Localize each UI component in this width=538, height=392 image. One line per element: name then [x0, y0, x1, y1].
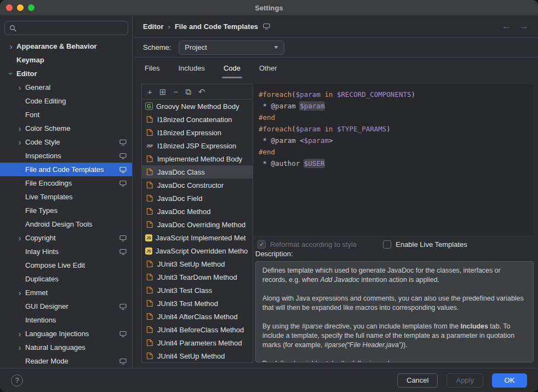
sidebar-item-color-scheme[interactable]: ›Color Scheme [0, 122, 132, 135]
titlebar: Settings [0, 0, 538, 15]
description-box[interactable]: Defines template which used to generate … [255, 261, 534, 362]
enable-live-templates-checkbox[interactable]: Enable Live Templates [383, 240, 467, 249]
template-item-junit3-teardown-method[interactable]: JUnit3 TearDown Method [142, 270, 253, 284]
description-text: #parse [302, 322, 323, 330]
breadcrumb-editor[interactable]: Editor [143, 22, 164, 31]
template-item-label: JavaDoc Class [157, 168, 205, 176]
remove-template-icon[interactable]: − [173, 88, 178, 96]
help-button[interactable]: ? [11, 374, 23, 387]
sidebar-item-natural-languages[interactable]: ›Natural Languages [0, 341, 132, 354]
code-token: * @param [259, 102, 300, 110]
chevron-down-icon[interactable]: › [7, 70, 15, 78]
settings-search-input[interactable] [4, 21, 128, 35]
sidebar-item-language-injections[interactable]: ›Language Injections [0, 327, 132, 341]
template-item-junit4-beforeclass-method[interactable]: JUnit4 BeforeClass Method [142, 323, 253, 336]
template-item-groovy-new-method-body[interactable]: GGroovy New Method Body [142, 100, 253, 113]
sidebar-item-emmet[interactable]: ›Emmet [0, 286, 132, 299]
template-item-javascript-overridden-metho[interactable]: JSJavaScript Overridden Metho [142, 244, 253, 257]
sidebar-item-inspections[interactable]: Inspections [0, 149, 132, 163]
template-item-javascript-implemented-met[interactable]: JSJavaScript Implemented Met [142, 231, 253, 244]
sidebar-item-keymap[interactable]: Keymap [0, 53, 132, 67]
code-token: #end [259, 148, 275, 156]
tab-other[interactable]: Other [257, 57, 279, 78]
reformat-checkbox[interactable]: ✓ Reformat according to style [257, 240, 357, 249]
template-item-javadoc-overriding-method[interactable]: JavaDoc Overriding Method [142, 218, 253, 231]
template-item-javadoc-class[interactable]: JavaDoc Class [142, 165, 253, 178]
tab-code[interactable]: Code [222, 57, 242, 78]
copy-template-icon[interactable]: ⧉ [185, 88, 191, 96]
sidebar-item-editor[interactable]: ›Editor [0, 67, 132, 80]
template-item-junit4-setup-method[interactable]: JUnit4 SetUp Method [142, 349, 253, 362]
template-item-i18nized-concatenation[interactable]: I18nized Concatenation [142, 113, 253, 126]
zoom-button[interactable] [28, 4, 35, 11]
add-child-template-icon[interactable]: ⊞ [159, 88, 167, 96]
tab-includes[interactable]: Includes [176, 57, 206, 78]
apply-button[interactable]: Apply [447, 373, 483, 388]
sidebar-item-live-templates[interactable]: Live Templates [0, 190, 132, 204]
sidebar-item-label: Android Design Tools [25, 220, 132, 228]
chevron-right-icon[interactable]: › [15, 83, 24, 91]
add-template-icon[interactable]: + [147, 88, 152, 96]
sidebar-item-inlay-hints[interactable]: Inlay Hints [0, 245, 132, 258]
code-token: $param [304, 136, 329, 145]
template-item-label: JUnit3 Test Class [157, 286, 212, 295]
sidebar-item-duplicates[interactable]: Duplicates [0, 272, 132, 286]
code-token: $param [296, 90, 320, 99]
chevron-right-icon[interactable]: › [15, 124, 24, 132]
code-token: * @author [259, 159, 304, 168]
template-item-implemented-method-body[interactable]: Implemented Method Body [142, 152, 253, 165]
sidebar-item-reader-mode[interactable]: Reader Mode [0, 354, 132, 368]
chevron-right-icon[interactable]: › [15, 330, 24, 338]
sidebar-item-code-style[interactable]: ›Code Style [0, 135, 132, 149]
template-item-label: JavaScript Overridden Metho [156, 247, 248, 255]
template-item-label: JUnit3 SetUp Method [157, 260, 225, 268]
sidebar-item-file-types[interactable]: File Types [0, 204, 132, 217]
template-item-junit3-setup-method[interactable]: JUnit3 SetUp Method [142, 257, 253, 270]
template-code-editor[interactable]: #foreach($param in $RECORD_COMPONENTS) *… [253, 84, 534, 235]
template-item-label: JavaDoc Constructor [157, 181, 224, 189]
chevron-right-icon[interactable]: › [15, 138, 24, 146]
minimize-button[interactable] [17, 4, 24, 11]
chevron-right-icon[interactable]: › [15, 289, 24, 297]
sidebar-item-label: GUI Designer [25, 302, 119, 310]
sidebar-item-general[interactable]: ›General [0, 80, 132, 94]
template-item-junit3-test-method[interactable]: JUnit3 Test Method [142, 297, 253, 310]
sidebar-item-android-design-tools[interactable]: Android Design Tools [0, 217, 132, 231]
template-item-javadoc-constructor[interactable]: JavaDoc Constructor [142, 178, 253, 192]
sidebar-item-file-and-code-templates[interactable]: File and Code Templates [0, 163, 132, 176]
tab-files[interactable]: Files [143, 57, 161, 78]
screen-badge-icon [119, 153, 127, 159]
template-item-label: JUnit3 Test Method [157, 299, 218, 308]
close-button[interactable] [6, 4, 13, 11]
chevron-right-icon[interactable]: › [15, 234, 24, 242]
back-icon[interactable]: ← [502, 21, 511, 31]
sidebar-item-copyright[interactable]: ›Copyright [0, 231, 132, 245]
jsp-file-icon: JSP [145, 141, 154, 150]
scheme-select[interactable]: Project [179, 41, 284, 55]
sidebar-item-font[interactable]: Font [0, 108, 132, 122]
template-item-label: JavaDoc Overriding Method [157, 221, 245, 229]
template-item-junit3-test-class[interactable]: JUnit3 Test Class [142, 284, 253, 297]
forward-icon[interactable]: → [519, 21, 528, 31]
sidebar-item-appearance-behavior[interactable]: ›Appearance & Behavior [0, 39, 132, 53]
template-item-javadoc-method[interactable]: JavaDoc Method [142, 205, 253, 218]
sidebar-item-file-encodings[interactable]: File Encodings [0, 176, 132, 190]
cancel-button[interactable]: Cancel [397, 373, 438, 388]
chevron-right-icon[interactable]: › [7, 42, 15, 50]
sidebar-item-label: Duplicates [25, 275, 132, 283]
sidebar-item-intentions[interactable]: Intentions [0, 313, 132, 327]
template-item-i18nized-expression[interactable]: I18nized Expression [142, 126, 253, 139]
template-item-i18nized-jsp-expression[interactable]: JSPI18nized JSP Expression [142, 139, 253, 152]
code-token: #end [259, 113, 275, 122]
sidebar-item-code-editing[interactable]: Code Editing [0, 94, 132, 108]
template-item-junit4-parameters-method[interactable]: JUnit4 Parameters Method [142, 336, 253, 349]
template-item-junit4-afterclass-method[interactable]: JUnit4 AfterClass Method [142, 310, 253, 323]
screen-badge-icon [119, 331, 127, 337]
ok-button[interactable]: OK [492, 373, 527, 388]
template-item-javadoc-field[interactable]: JavaDoc Field [142, 192, 253, 205]
sidebar-item-compose-live-edit[interactable]: Compose Live Edit [0, 258, 132, 272]
reset-to-default-icon[interactable]: ↶ [198, 88, 205, 96]
code-token: $RECORD_COMPONENTS [337, 90, 411, 99]
sidebar-item-gui-designer[interactable]: GUI Designer [0, 299, 132, 313]
chevron-right-icon[interactable]: › [15, 343, 24, 351]
